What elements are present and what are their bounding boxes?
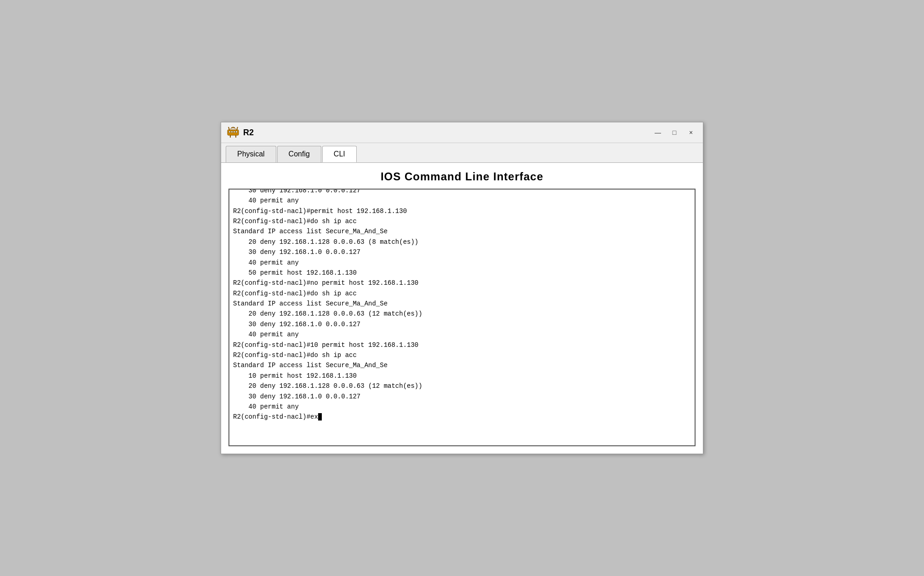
svg-rect-5: [229, 131, 230, 132]
maximize-button[interactable]: □: [668, 126, 681, 139]
router-icon: [227, 126, 240, 139]
terminal-content: Standard IP access list Secure_Ma_And_Se…: [233, 189, 691, 422]
tab-bar: Physical Config CLI: [221, 143, 703, 162]
section-title: IOS Command Line Interface: [228, 170, 696, 183]
svg-rect-7: [234, 131, 235, 132]
title-bar-left: R2: [227, 126, 254, 139]
svg-line-1: [228, 127, 229, 130]
svg-rect-8: [236, 131, 237, 132]
svg-rect-6: [231, 131, 233, 132]
tab-config[interactable]: Config: [277, 146, 321, 162]
tab-physical[interactable]: Physical: [226, 146, 276, 162]
window-controls: — □ ×: [651, 126, 697, 139]
content-area: IOS Command Line Interface Standard IP a…: [221, 162, 703, 454]
main-window: R2 — □ × Physical Config CLI IOS Command…: [221, 122, 703, 454]
svg-line-2: [237, 127, 238, 130]
terminal-cursor: [318, 413, 322, 420]
tab-cli[interactable]: CLI: [322, 146, 357, 162]
close-button[interactable]: ×: [684, 126, 697, 139]
terminal[interactable]: Standard IP access list Secure_Ma_And_Se…: [228, 189, 696, 446]
window-title: R2: [243, 128, 254, 138]
minimize-button[interactable]: —: [651, 126, 664, 139]
title-bar: R2 — □ ×: [221, 122, 703, 143]
